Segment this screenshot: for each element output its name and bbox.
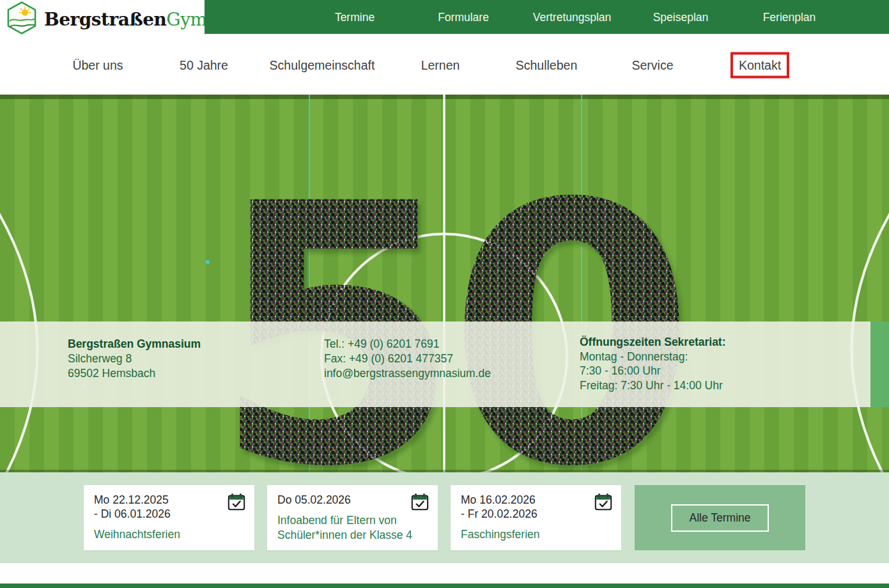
- event-card-weihnachtsferien[interactable]: Mo 22.12.2025 - Di 06.01.2026 Weihnachts…: [84, 485, 254, 550]
- event-date-end: - Di 06.01.2026: [94, 507, 244, 521]
- quicklinks-navbar: Termine Formulare Vertretungsplan Speise…: [205, 0, 889, 34]
- mainnav-item-kontakt-highlighted[interactable]: Kontakt: [731, 52, 789, 78]
- contact-address-title: Bergstraßen Gymnasium: [68, 337, 201, 352]
- site-title-primary: Bergstraßen: [44, 9, 166, 30]
- soccer-field-markings: 50: [0, 95, 889, 472]
- contact-phone-block: Tel.: +49 (0) 6201 7691 Fax: +49 (0) 620…: [324, 337, 491, 381]
- office-hours-time: 7:30 - 16:00 Uhr: [580, 364, 726, 378]
- all-events-panel: Alle Termine: [635, 485, 805, 550]
- event-title[interactable]: Faschingsferien: [461, 527, 611, 542]
- crowd-formation-50: 50: [212, 128, 682, 472]
- footer-green-bar: [0, 584, 889, 588]
- event-card-faschingsferien[interactable]: Mo 16.02.2026 - Fr 20.02.2026 Faschingsf…: [451, 485, 621, 550]
- event-date-start: Mo 16.02.2026: [461, 493, 611, 507]
- office-hours-block: Öffnungszeiten Sekretariat: Montag - Don…: [580, 335, 726, 392]
- topnav-item-formulare[interactable]: Formulare: [438, 10, 489, 24]
- band-next-slide-area[interactable]: [870, 321, 889, 407]
- office-hours-friday: Freitag: 7:30 Uhr - 14:00 Uhr: [580, 378, 726, 393]
- mainnav-item-schulgemeinschaft[interactable]: Schulgemeinschaft: [270, 58, 375, 72]
- contact-fax: Fax: +49 (0) 6201 477357: [324, 352, 491, 366]
- event-date-end: - Fr 20.02.2026: [461, 507, 611, 521]
- contact-address-city: 69502 Hemsbach: [68, 366, 201, 381]
- footer-spacer: [0, 563, 889, 584]
- mainnav-item-ueber-uns[interactable]: Über uns: [72, 58, 123, 72]
- mainnav-item-lernen[interactable]: Lernen: [421, 58, 460, 72]
- event-card-infoabend[interactable]: Do 05.02.2026 Infoabend für Eltern von S…: [267, 485, 438, 550]
- contact-address-block: Bergstraßen Gymnasium Silcherweg 8 69502…: [68, 337, 201, 381]
- mainnav-item-schulleben[interactable]: Schulleben: [516, 58, 578, 72]
- mainnav-item-50-jahre[interactable]: 50 Jahre: [180, 58, 228, 72]
- hexagon-sun-hills-icon: [5, 1, 38, 38]
- mainnav-item-service[interactable]: Service: [631, 58, 673, 72]
- topnav-item-ferienplan[interactable]: Ferienplan: [763, 10, 816, 24]
- calendar-check-icon: [410, 492, 429, 514]
- upcoming-events-strip: Mo 22.12.2025 - Di 06.01.2026 Weihnachts…: [0, 472, 889, 563]
- site-header: BergstraßenGymnasium Termine Formulare V…: [0, 0, 889, 35]
- calendar-check-icon: [594, 492, 613, 514]
- topnav-item-vertretungsplan[interactable]: Vertretungsplan: [533, 10, 612, 24]
- contact-tel: Tel.: +49 (0) 6201 7691: [324, 337, 491, 352]
- event-title[interactable]: Weihnachtsferien: [94, 527, 244, 542]
- topnav-item-termine[interactable]: Termine: [335, 10, 375, 24]
- office-hours-title: Öffnungszeiten Sekretariat:: [580, 335, 726, 350]
- contact-address-street: Silcherweg 8: [68, 352, 201, 366]
- main-navigation: Über uns 50 Jahre Schulgemeinschaft Lern…: [0, 35, 889, 95]
- topnav-item-speiseplan[interactable]: Speiseplan: [653, 10, 709, 24]
- hero-aerial-photo: 50 Bergstraßen Gymnasium Silcherweg 8 69…: [0, 95, 889, 472]
- contact-info-band: Bergstraßen Gymnasium Silcherweg 8 69502…: [0, 321, 870, 407]
- calendar-check-icon: [227, 492, 246, 514]
- contact-email[interactable]: info@bergstrassengymnasium.de: [324, 366, 491, 381]
- all-events-button[interactable]: Alle Termine: [671, 504, 769, 532]
- event-date-start: Mo 22.12.2025: [94, 493, 244, 507]
- field-marker-dot: [206, 260, 210, 264]
- event-title[interactable]: Infoabend für Eltern von Schüler*innen d…: [277, 513, 428, 543]
- office-hours-days: Montag - Donnerstag:: [580, 350, 726, 364]
- event-date-start: Do 05.02.2026: [277, 493, 428, 507]
